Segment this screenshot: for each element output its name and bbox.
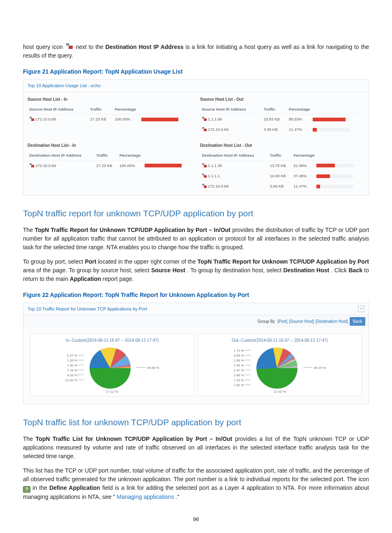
host-query-icon[interactable] [29, 117, 34, 121]
src-out-table: Source Host IP Address Traffic Percentag… [200, 105, 364, 135]
col-traffic: Traffic [88, 105, 113, 114]
figure-22-caption: Figure 22 Application Report: TopN Traff… [23, 291, 369, 299]
chart-in-right-label: 49.89 % [136, 366, 159, 371]
ip-cell[interactable]: 1.1.1.1 [200, 171, 268, 181]
host-query-icon[interactable] [202, 127, 207, 131]
pie-chart-in [90, 348, 131, 389]
host-query-icon[interactable] [202, 174, 207, 178]
pie-slice-label: 7.78 % [65, 368, 84, 373]
ip-address[interactable]: 172.10.0.69 [208, 127, 228, 132]
pie-slice-label: 7.82 % [234, 383, 251, 388]
chart-in-title: In--Custom(2014-08-11 16:47 -- 2014-08-1… [32, 337, 192, 343]
pie-slice-label: 1.04 % [234, 363, 251, 368]
groupby-bar: Group By [Port] [Source Host] [Destinati… [23, 315, 369, 328]
fig22-panel: Top 10 Traffic Report for Unknown TCP Ap… [23, 303, 369, 405]
page-number: 96 [23, 515, 369, 524]
percentage-bar [313, 118, 350, 121]
host-query-icon [65, 43, 74, 50]
percentage-bar-cell [312, 160, 364, 171]
host-query-icon[interactable] [202, 184, 207, 188]
traffic-cell: 13.75 KB [268, 160, 292, 171]
source-host-list-out: Source Host List - Out Source Host IP Ad… [196, 92, 369, 139]
percentage-bar [141, 118, 178, 121]
chart-out-right-label: 49.15 % [303, 366, 326, 371]
percentage-cell: 11.47% [287, 125, 309, 135]
pie-slice-label: 12.83 % [65, 378, 84, 383]
ip-address[interactable]: 1.1.1.1 [208, 174, 220, 178]
chart-in-left-labels: 0.27 %1.39 %1.56 %7.78 %9.16 %12.83 % [65, 353, 84, 383]
host-query-icon[interactable] [202, 163, 207, 167]
pie-slice-label: 9.16 % [65, 373, 84, 378]
define-application-icon: ? [23, 486, 30, 493]
ip-cell[interactable]: 172.10.0.69 [200, 125, 262, 135]
col-traffic: Traffic [262, 105, 287, 114]
chart-in: In--Custom(2014-08-11 16:47 -- 2014-08-1… [30, 334, 194, 396]
dst-out-table: Destination Host IP Address Traffic Perc… [200, 151, 364, 192]
percentage-bar-cell [141, 160, 192, 171]
table-row: 1.1.1.6823.83 KB88.53% [200, 114, 364, 124]
host-query-icon[interactable] [29, 163, 34, 167]
traffic-cell: 23.83 KB [262, 114, 287, 124]
col-traffic: Traffic [95, 151, 118, 160]
ip-address[interactable]: 172.10.0.69 [35, 163, 56, 168]
pie-slice-label: 7.33 % [234, 378, 251, 383]
ip-address[interactable]: 1.1.1.68 [208, 117, 222, 121]
groupby-sourcehost-link[interactable]: [Source Host] [289, 318, 314, 324]
pie-slice-label: 4.56 % [234, 353, 251, 358]
table-row: 1.1.1.110.08 KB37.45% [200, 171, 364, 181]
source-host-list-in: Source Host List - In Source Host IP Add… [23, 92, 196, 139]
host-query-icon[interactable] [202, 117, 207, 121]
traffic-cell: 3.09 KB [268, 181, 292, 192]
quad-title: Destination Host List - In [28, 141, 192, 151]
col-ip: Source Host IP Address [28, 105, 88, 114]
groupby-desthost-link[interactable]: [Destination Host] [316, 318, 348, 324]
chart-in-below-label: 17.12 % [32, 389, 192, 394]
ip-address[interactable]: 1.1.1.35 [208, 163, 222, 168]
quad-title: Source Host List - In [28, 95, 192, 105]
intro-text: is a link for initiating a host query as… [23, 44, 369, 59]
dst-in-table: Destination Host IP Address Traffic Perc… [28, 151, 192, 171]
ip-address[interactable]: 172.10.0.88 [35, 117, 56, 121]
chart-out-title: Out--Custom(2014-08-11 16:47 -- 2014-08-… [200, 337, 360, 343]
pie-slice-label: 1.39 % [65, 358, 84, 363]
traffic-cell: 17.23 KB [88, 114, 113, 124]
chart-out-left-labels: 1.73 %4.56 %1.00 %1.04 %1.57 %2.88 %7.33… [234, 348, 251, 388]
col-pct: Percentage [118, 151, 192, 160]
groupby-label: Group By [258, 318, 275, 324]
percentage-cell: 100.00% [113, 114, 137, 124]
quad-title: Destination Host List - Out [200, 141, 364, 151]
ip-address[interactable]: 172.10.0.88 [208, 184, 228, 188]
ip-cell[interactable]: 172.10.0.88 [28, 114, 88, 124]
chart-out: Out--Custom(2014-08-11 16:47 -- 2014-08-… [198, 334, 362, 396]
ip-cell[interactable]: 1.1.1.68 [200, 114, 262, 124]
fig21-title: Top 10 Application Usage List - echo [23, 80, 369, 92]
table-row: 172.10.0.883.09 KB11.47% [200, 181, 364, 192]
col-ip: Destination Host IP Address [200, 151, 268, 160]
back-button[interactable]: Back [350, 317, 365, 326]
pie-slice-label: 1.56 % [65, 363, 84, 368]
percentage-bar [316, 185, 353, 188]
pie-slice-label: 49.15 % [303, 366, 326, 371]
col-ip: Destination Host IP Address [28, 151, 95, 160]
ip-cell[interactable]: 1.1.1.35 [200, 160, 268, 171]
sec2-p2: This list has the TCP or UDP port number… [23, 466, 369, 501]
dest-host-ip-label: Destination Host IP Address [105, 44, 183, 50]
pie-slice-label: 0.27 % [65, 353, 84, 358]
col-traffic: Traffic [268, 151, 292, 160]
percentage-bar [145, 164, 182, 167]
managing-applications-link[interactable]: Managing applications [117, 494, 174, 500]
percentage-bar-cell [312, 171, 364, 181]
percentage-cell: 100.00% [118, 160, 141, 171]
groupby-port-link[interactable]: [Port] [277, 318, 287, 324]
pie-slice-label: 1.00 % [234, 358, 251, 363]
percentage-cell: 88.53% [287, 114, 309, 124]
col-pct: Percentage [113, 105, 192, 114]
src-in-table: Source Host IP Address Traffic Percentag… [28, 105, 192, 125]
section-heading-topn-list: TopN traffic list for unknown TCP/UDP ap… [23, 416, 369, 429]
ip-cell[interactable]: 172.10.0.69 [28, 160, 95, 171]
col-ip: Source Host IP Address [200, 105, 262, 114]
percentage-bar [316, 174, 353, 178]
collapse-icon[interactable]: − [358, 306, 364, 312]
ip-cell[interactable]: 172.10.0.88 [200, 181, 268, 192]
sec1-p1: The TopN Traffic Report for Unknown TCP/… [23, 226, 369, 252]
